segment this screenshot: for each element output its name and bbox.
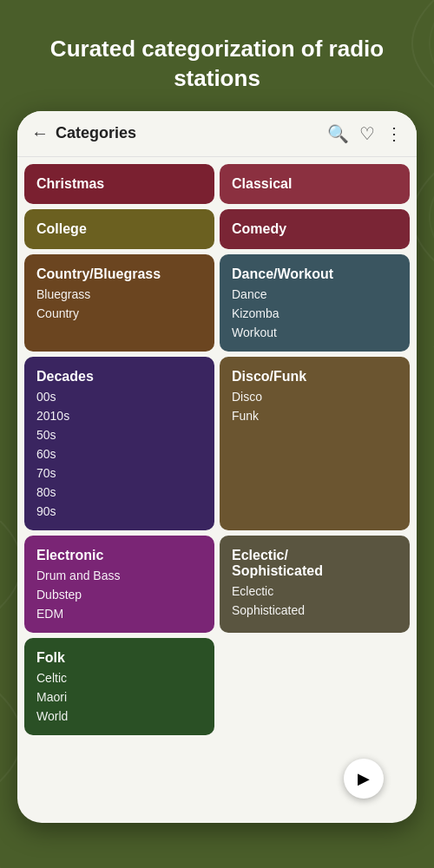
sub-label-funk: Funk xyxy=(232,409,398,423)
page-title: Categories xyxy=(56,124,327,142)
category-label: Country/Bluegrass xyxy=(36,266,202,282)
sub-label-50s: 50s xyxy=(36,428,202,442)
category-label: Electronic xyxy=(36,548,202,563)
category-comedy[interactable]: Comedy xyxy=(220,209,410,249)
category-disco-funk[interactable]: Disco/Funk Disco Funk xyxy=(220,357,410,530)
category-country[interactable]: Country/Bluegrass Bluegrass Country xyxy=(24,254,214,352)
category-eclectic[interactable]: Eclectic/Sophisticated Eclectic Sophisti… xyxy=(220,536,410,633)
category-electronic[interactable]: Electronic Drum and Bass Dubstep EDM xyxy=(24,536,214,633)
category-college[interactable]: College xyxy=(24,209,214,249)
back-button[interactable]: ← xyxy=(31,123,49,143)
fab-button[interactable]: ▶ xyxy=(344,759,384,799)
categories-grid: Christmas Classical College Comedy Count… xyxy=(24,164,410,735)
sub-label-dance: Dance xyxy=(232,287,398,301)
sub-label-bluegrass: Bluegrass xyxy=(36,287,202,301)
sub-label-eclectic: Eclectic xyxy=(232,584,398,598)
categories-scroll: Christmas Classical College Comedy Count… xyxy=(17,157,417,816)
category-label: Christmas xyxy=(36,176,202,192)
search-icon[interactable]: 🔍 xyxy=(327,123,349,144)
sub-label-country: Country xyxy=(36,306,202,320)
sub-label-world: World xyxy=(36,709,202,723)
sub-label-maori: Maori xyxy=(36,690,202,704)
sub-label-80s: 80s xyxy=(36,485,202,499)
sub-label-drum-bass: Drum and Bass xyxy=(36,569,202,582)
more-icon[interactable]: ⋮ xyxy=(385,123,403,144)
sub-label-00s: 00s xyxy=(36,390,202,404)
sub-label-2010s: 2010s xyxy=(36,409,202,423)
category-christmas[interactable]: Christmas xyxy=(24,164,214,204)
category-label: College xyxy=(36,221,202,237)
fab-icon: ▶ xyxy=(358,769,370,788)
category-classical[interactable]: Classical xyxy=(220,164,410,204)
category-label: Comedy xyxy=(232,221,398,237)
category-label: Folk xyxy=(36,650,202,666)
sub-label-disco: Disco xyxy=(232,390,398,404)
sub-label-sophisticated: Sophisticated xyxy=(232,603,398,617)
sub-label-celtic: Celtic xyxy=(36,671,202,685)
sub-label-dubstep: Dubstep xyxy=(36,588,202,602)
sub-label-kizomba: Kizomba xyxy=(232,306,398,320)
heart-icon[interactable]: ♡ xyxy=(359,123,375,144)
sub-label-edm: EDM xyxy=(36,607,202,621)
sub-label-70s: 70s xyxy=(36,466,202,480)
category-label: Dance/Workout xyxy=(232,266,398,282)
phone-header: ← Categories 🔍 ♡ ⋮ xyxy=(17,111,417,157)
sub-label-90s: 90s xyxy=(36,504,202,518)
category-decades[interactable]: Decades 00s 2010s 50s 60s 70s 80s 90s xyxy=(24,357,214,530)
category-label: Eclectic/Sophisticated xyxy=(232,548,398,579)
category-dance[interactable]: Dance/Workout Dance Kizomba Workout xyxy=(220,254,410,352)
category-label: Classical xyxy=(232,176,398,192)
sub-label-workout: Workout xyxy=(232,326,398,339)
category-label: Decades xyxy=(36,369,202,385)
phone-container: ← Categories 🔍 ♡ ⋮ Christmas Classical C… xyxy=(17,111,417,823)
category-folk[interactable]: Folk Celtic Maori World xyxy=(24,638,214,735)
hero-title: Curated categorization of radio stations xyxy=(0,0,434,111)
sub-label-60s: 60s xyxy=(36,447,202,461)
category-label: Disco/Funk xyxy=(232,369,398,385)
header-icons: 🔍 ♡ ⋮ xyxy=(327,123,403,144)
